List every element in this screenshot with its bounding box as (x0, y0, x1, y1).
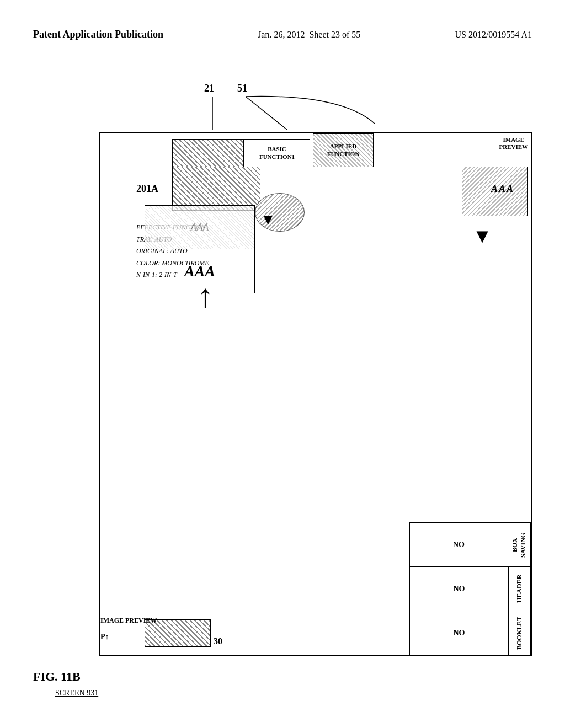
tab-image-preview[interactable]: IMAGEPREVIEW (499, 136, 528, 151)
tab-applied[interactable]: APPLIEDFUNCTION (313, 133, 374, 167)
aaa-box-top: ΑΑΑ (145, 206, 254, 249)
bottom-divider (409, 522, 531, 523)
hatched-area-top (172, 167, 260, 211)
ref-30: 30 (214, 636, 222, 646)
btn-booklet-label: BOOKLET (508, 611, 530, 655)
up-arrow-main: ↑ (197, 280, 214, 313)
ref-21: 21 (204, 83, 214, 94)
pi-label: P↑ (100, 633, 109, 641)
tab-bar: BASICFUNCTION1 APPLIEDFUNCTION (100, 133, 531, 167)
btn-box-saving-value: NO (410, 523, 508, 566)
bottom-strip: IMAGE PREVIEW P↑ 30 (100, 611, 409, 655)
tab-applied-label: APPLIEDFUNCTION (327, 143, 360, 157)
btn-box-saving-label: BOXSAVING (508, 523, 530, 566)
diagram: 21 51 201A BASICFUNCTION1 APPLIEDFUNCTIO… (66, 88, 532, 656)
ref-51: 51 (237, 83, 247, 94)
page-header: Patent Application Publication Jan. 26, … (33, 28, 532, 42)
screen-label: SCREEN 931 (55, 689, 98, 698)
publication-date-sheet: Jan. 26, 2012 Sheet 23 of 55 (258, 28, 360, 42)
btn-header[interactable]: NO HEADER (409, 567, 531, 611)
aaa-top: ΑΑΑ (491, 183, 514, 195)
screen-box: 201A BASICFUNCTION1 APPLIEDFUNCTION IMAG… (99, 132, 532, 656)
btn-header-label: HEADER (508, 567, 530, 611)
patent-number: US 2012/0019554 A1 (455, 28, 532, 42)
btn-box-saving[interactable]: NO BOXSAVING (409, 523, 531, 567)
aaa-small: ΑΑΑ (191, 222, 209, 233)
img-preview-label: IMAGE PREVIEW (100, 617, 157, 625)
btn-header-value: NO (410, 567, 508, 611)
tab-basic[interactable]: BASICFUNCTION1 (244, 139, 310, 167)
btn-booklet[interactable]: NO BOOKLET (409, 611, 531, 655)
aaa-main: AAA (184, 263, 215, 280)
tab-hatched-left (172, 139, 244, 167)
ref-201a: 201A (136, 183, 158, 195)
figure-label: FIG. 11B (33, 670, 81, 684)
svg-line-1 (246, 97, 287, 130)
bottom-buttons: NO BOXSAVING NO HEADER NO BOOKLET (409, 523, 531, 655)
btn-booklet-value: NO (410, 611, 508, 655)
down-arrow-right: ▼ (472, 224, 492, 248)
tab-basic-label: BASICFUNCTION1 (259, 146, 295, 160)
color-arrow: ▼ (260, 211, 276, 228)
publication-title: Patent Application Publication (33, 28, 163, 41)
